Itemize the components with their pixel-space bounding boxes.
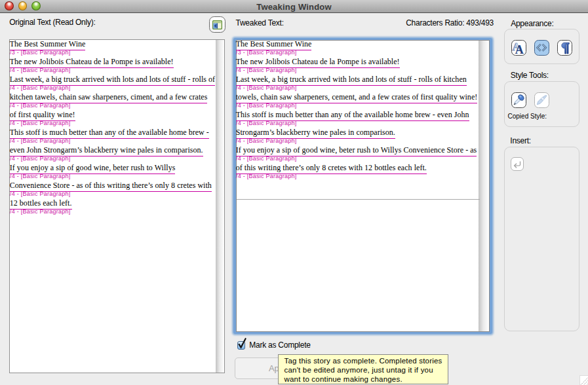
svg-text:A: A [515,43,523,56]
